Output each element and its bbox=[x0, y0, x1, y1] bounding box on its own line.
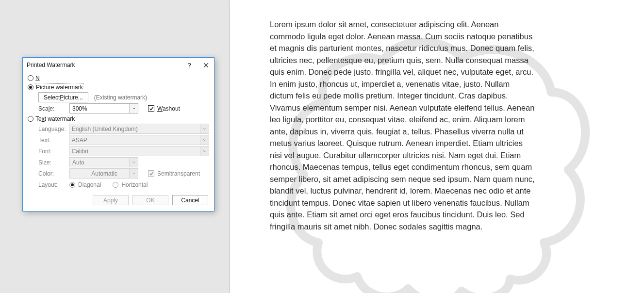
semitransparent-checkbox bbox=[148, 170, 154, 177]
size-combo: Auto bbox=[69, 157, 138, 167]
scale-value: 300% bbox=[70, 105, 129, 112]
chevron-down-icon bbox=[200, 146, 209, 156]
font-combo: Calibri bbox=[69, 146, 209, 156]
layout-horizontal-label: Horizontal bbox=[121, 181, 148, 188]
washout-checkbox[interactable] bbox=[148, 105, 154, 112]
chevron-down-icon bbox=[200, 124, 209, 133]
size-label: Size: bbox=[38, 159, 66, 166]
chevron-down-icon bbox=[129, 158, 138, 167]
dialog-titlebar[interactable]: Printed Watermark ? bbox=[23, 58, 214, 72]
scale-label: Scale: bbox=[38, 105, 66, 112]
document-page: Lorem ipsum dolor sit amet, consectetuer… bbox=[230, 0, 644, 293]
language-combo: English (United Kingdom) bbox=[69, 124, 209, 134]
layout-diagonal-label: Diagonal bbox=[78, 181, 101, 188]
layout-label: Layout: bbox=[38, 181, 66, 188]
radio-on-icon bbox=[69, 182, 75, 188]
font-label: Font: bbox=[38, 148, 66, 155]
chevron-down-icon bbox=[129, 104, 138, 113]
radio-on-icon bbox=[28, 84, 33, 90]
ok-button: OK bbox=[132, 195, 168, 205]
radio-no-watermark-label: N bbox=[35, 75, 40, 81]
language-label: Language: bbox=[38, 126, 66, 132]
chevron-down-icon bbox=[200, 135, 209, 145]
dialog-title: Printed Watermark bbox=[27, 62, 181, 68]
text-combo: ASAP bbox=[69, 135, 209, 145]
text-value: ASAP bbox=[69, 137, 200, 144]
radio-picture-watermark-label: Picture watermark bbox=[35, 83, 84, 91]
text-label: Text: bbox=[38, 137, 66, 144]
close-icon bbox=[203, 63, 209, 68]
printed-watermark-dialog: Printed Watermark ? N Picture watermark bbox=[22, 57, 215, 212]
color-value: Automatic bbox=[80, 170, 129, 177]
close-button[interactable] bbox=[198, 58, 214, 72]
document-body-text: Lorem ipsum dolor sit amet, consectetuer… bbox=[270, 18, 535, 232]
radio-off-icon bbox=[28, 75, 33, 81]
language-value: English (United Kingdom) bbox=[69, 126, 200, 132]
existing-watermark-note: (Existing watermark) bbox=[94, 94, 147, 101]
chevron-down-icon bbox=[129, 169, 138, 178]
apply-button: Apply bbox=[93, 195, 129, 205]
radio-text-watermark[interactable]: Text watermark bbox=[28, 114, 209, 123]
cancel-button[interactable]: Cancel bbox=[172, 195, 208, 205]
radio-no-watermark[interactable]: N bbox=[28, 73, 209, 82]
radio-off-icon bbox=[113, 182, 118, 188]
color-combo: Automatic bbox=[69, 168, 138, 179]
washout-label: Washout bbox=[157, 105, 180, 112]
size-value: Auto bbox=[70, 159, 129, 166]
font-value: Calibri bbox=[69, 148, 200, 155]
help-button[interactable]: ? bbox=[181, 58, 198, 72]
help-icon: ? bbox=[187, 62, 191, 69]
scale-combo[interactable]: 300% bbox=[69, 103, 138, 114]
radio-picture-watermark[interactable]: Picture watermark bbox=[28, 82, 209, 92]
radio-off-icon bbox=[28, 116, 33, 122]
semitransparent-label: Semitransparent bbox=[157, 170, 200, 177]
color-label: Color: bbox=[38, 170, 66, 177]
radio-text-watermark-label: Text watermark bbox=[35, 115, 75, 122]
select-picture-button[interactable]: Select Picture... bbox=[38, 92, 88, 102]
